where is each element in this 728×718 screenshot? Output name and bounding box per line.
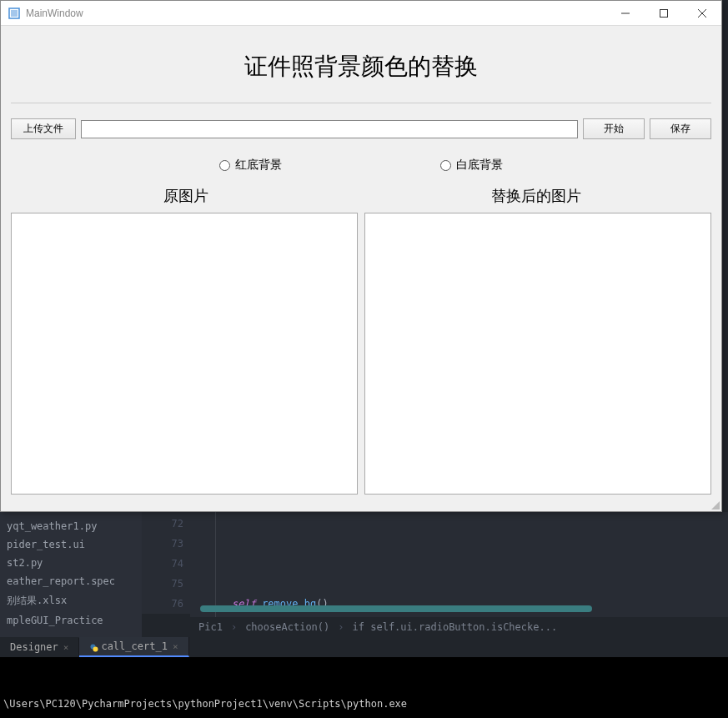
original-image-frame bbox=[11, 213, 358, 495]
horizontal-scrollbar[interactable] bbox=[200, 605, 592, 612]
divider bbox=[11, 103, 711, 103]
maximize-button[interactable] bbox=[645, 1, 683, 26]
file-item[interactable]: yqt_weather1.py bbox=[0, 517, 142, 535]
breadcrumb-item[interactable]: chooseAction() bbox=[245, 621, 329, 633]
file-item[interactable]: st2.py bbox=[0, 554, 142, 572]
file-path-input[interactable] bbox=[81, 120, 578, 138]
window-titlebar[interactable]: MainWindow bbox=[1, 1, 721, 26]
chevron-right-icon: › bbox=[231, 621, 237, 633]
radio-label: 白底背景 bbox=[456, 158, 503, 173]
tab-call-cert-1[interactable]: call_cert_1 × bbox=[79, 637, 188, 657]
radio-red-background[interactable]: 红底背景 bbox=[219, 158, 282, 173]
close-icon[interactable]: × bbox=[173, 641, 178, 652]
result-image-frame bbox=[364, 213, 711, 495]
minimize-button[interactable] bbox=[606, 1, 645, 26]
radio-icon bbox=[219, 160, 230, 171]
chevron-right-icon: › bbox=[338, 621, 344, 633]
start-button[interactable]: 开始 bbox=[583, 118, 645, 139]
radio-icon bbox=[440, 160, 451, 171]
window-title: MainWindow bbox=[26, 8, 83, 19]
breadcrumb-item[interactable]: Pic1 bbox=[198, 621, 223, 633]
svg-point-1 bbox=[93, 647, 98, 652]
python-icon bbox=[89, 643, 96, 650]
page-title: 证件照背景颜色的替换 bbox=[11, 51, 711, 83]
result-image-label: 替换后的图片 bbox=[361, 186, 711, 206]
resize-grip[interactable] bbox=[710, 500, 720, 510]
app-icon bbox=[8, 7, 21, 20]
svg-rect-3 bbox=[11, 10, 18, 17]
file-item[interactable]: 别结果.xlsx bbox=[0, 590, 142, 611]
upload-file-button[interactable]: 上传文件 bbox=[11, 118, 76, 139]
ide-terminal[interactable]: \Users\PC120\PycharmProjects\pythonProje… bbox=[0, 657, 728, 718]
close-icon[interactable]: × bbox=[63, 642, 69, 653]
original-image-label: 原图片 bbox=[11, 186, 361, 206]
file-item[interactable]: pider_test.ui bbox=[0, 535, 142, 554]
save-button[interactable]: 保存 bbox=[650, 118, 711, 139]
svg-rect-5 bbox=[660, 9, 668, 17]
qt-main-window: MainWindow 证件照背景颜色的替换 上传文件 开始 保存 红底背景 bbox=[0, 0, 722, 512]
ide-line-gutter: 72 73 74 75 76 bbox=[142, 512, 190, 614]
radio-white-background[interactable]: 白底背景 bbox=[440, 158, 503, 173]
breadcrumb-item[interactable]: if self.ui.radioButton.isChecke... bbox=[353, 621, 558, 633]
close-button[interactable] bbox=[683, 1, 721, 26]
terminal-line: \Users\PC120\PycharmProjects\pythonProje… bbox=[3, 695, 725, 712]
ide-run-tabs: Designer × call_cert_1 × bbox=[0, 637, 728, 657]
radio-label: 红底背景 bbox=[235, 158, 282, 173]
tab-designer[interactable]: Designer × bbox=[0, 638, 79, 656]
ide-file-explorer[interactable]: yqt_weather1.py pider_test.ui st2.py eat… bbox=[0, 512, 142, 637]
ide-breadcrumb[interactable]: Pic1 › chooseAction() › if self.ui.radio… bbox=[190, 617, 728, 637]
file-item[interactable]: eather_report.spec bbox=[0, 572, 142, 590]
file-item[interactable]: mpleGUI_Practice bbox=[0, 611, 142, 630]
